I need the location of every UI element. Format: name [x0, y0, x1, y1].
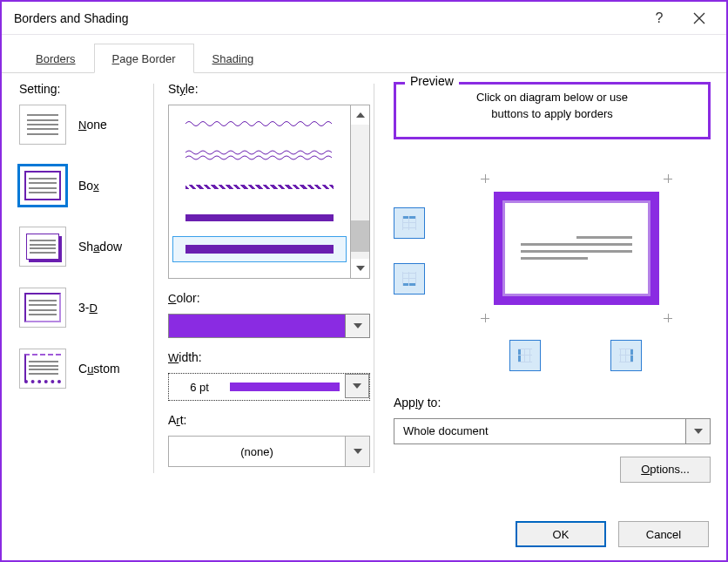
width-chevron-down-icon[interactable] [345, 374, 369, 398]
svg-rect-17 [518, 362, 532, 362]
setting-column: Setting: None Box [19, 82, 150, 508]
color-dropdown[interactable] [168, 314, 370, 338]
svg-rect-21 [619, 349, 633, 349]
border-left-toggle[interactable] [509, 340, 541, 371]
help-button[interactable]: ? [639, 2, 679, 35]
dialog-title: Borders and Shading [9, 11, 129, 25]
setting-custom-thumb [19, 349, 66, 389]
tab-strip: Borders Page Border Shading [2, 35, 726, 73]
close-button[interactable] [679, 2, 719, 35]
setting-box-thumb [19, 166, 66, 206]
svg-rect-10 [408, 272, 409, 286]
color-swatch [168, 314, 346, 338]
setting-3d-thumb [19, 288, 66, 328]
preview-group: Preview Click on diagram below or use bu… [394, 82, 711, 139]
preview-diagram-area [394, 174, 711, 322]
setting-none-thumb [19, 105, 66, 145]
svg-rect-15 [518, 349, 532, 349]
ok-button[interactable]: OK [516, 521, 606, 547]
tab-shading[interactable]: Shading [194, 44, 273, 73]
apply-to-value: Whole document [394, 418, 686, 444]
style-column: Style: [168, 82, 370, 508]
art-dropdown[interactable]: (none) [168, 436, 370, 467]
style-thick-bar-selected[interactable] [172, 236, 347, 262]
preview-legend: Preview [405, 74, 459, 88]
setting-label: Setting: [19, 82, 150, 96]
cancel-button[interactable]: Cancel [618, 521, 709, 547]
border-left-icon [516, 347, 534, 364]
style-dash-stripe[interactable] [172, 173, 347, 200]
border-top-toggle[interactable] [394, 207, 425, 239]
apply-chevron-down-icon[interactable] [686, 418, 711, 444]
preview-hint: Click on diagram below or use buttons to… [405, 90, 699, 123]
border-right-icon [617, 347, 635, 364]
setting-custom[interactable]: Custom [19, 349, 150, 389]
svg-rect-11 [415, 272, 416, 286]
scroll-up-icon[interactable] [351, 105, 369, 125]
close-icon [693, 12, 705, 24]
svg-rect-22 [619, 355, 633, 355]
border-bottom-icon [401, 270, 418, 288]
tab-page-border[interactable]: Page Border [94, 44, 194, 73]
style-listbox[interactable] [168, 105, 370, 279]
tab-borders[interactable]: Borders [17, 44, 94, 73]
setting-shadow[interactable]: Shadow [19, 227, 150, 267]
svg-rect-23 [619, 362, 633, 362]
style-wave-double[interactable] [172, 142, 347, 168]
svg-rect-9 [402, 272, 403, 286]
dialog-footer: OK Cancel [2, 508, 726, 560]
preview-column: Preview Click on diagram below or use bu… [388, 82, 711, 508]
style-thick-bar[interactable] [172, 205, 347, 231]
setting-3d[interactable]: 3-D [19, 288, 150, 328]
svg-rect-4 [408, 216, 409, 230]
style-scrollbar[interactable] [350, 105, 369, 278]
scroll-thumb[interactable] [351, 220, 369, 252]
art-value: (none) [168, 436, 346, 467]
preview-diagram[interactable] [494, 192, 659, 305]
width-dropdown[interactable]: 6 pt [168, 373, 370, 401]
width-value: 6 pt [169, 374, 230, 400]
art-chevron-down-icon[interactable] [346, 436, 370, 467]
titlebar: Borders and Shading ? [2, 2, 726, 35]
color-chevron-down-icon[interactable] [346, 314, 370, 338]
apply-to-dropdown[interactable]: Whole document [394, 418, 711, 444]
setting-none[interactable]: None [19, 105, 150, 145]
setting-box[interactable]: Box [19, 166, 150, 206]
scroll-down-icon[interactable] [351, 259, 369, 278]
style-wave-thin[interactable] [172, 111, 347, 137]
setting-shadow-thumb [19, 227, 66, 267]
border-bottom-toggle[interactable] [394, 263, 425, 295]
svg-rect-3 [402, 216, 403, 230]
borders-shading-dialog: Borders and Shading ? Borders Page Borde… [0, 0, 728, 562]
help-icon: ? [656, 10, 664, 26]
svg-rect-5 [415, 216, 416, 230]
options-button[interactable]: Options... [620, 457, 711, 483]
svg-rect-16 [518, 355, 532, 355]
border-top-icon [401, 214, 418, 232]
border-right-toggle[interactable] [610, 340, 642, 371]
